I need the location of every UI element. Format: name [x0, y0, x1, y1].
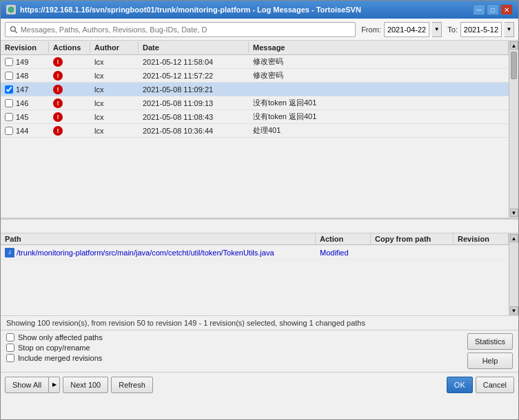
paths-table-row[interactable]: J /trunk/monitoring-platform/src/main/ja…	[1, 245, 509, 260]
revisions-table-scroll: Revision Actions Author Date Message 149	[1, 41, 509, 218]
stop-on-copy-label: Stop on copy/rename	[18, 344, 90, 352]
statistics-button[interactable]: Statistics	[467, 333, 513, 350]
revision-147-message	[249, 89, 509, 90]
revision-148-checkbox[interactable]	[5, 72, 13, 80]
svg-point-1	[10, 26, 15, 31]
to-date-dropdown[interactable]: ▼	[505, 22, 514, 37]
show-affected-checkbox[interactable]	[6, 333, 14, 342]
revisions-scrollbar[interactable]: ▲ ▼	[509, 41, 518, 218]
svg-point-0	[8, 7, 14, 12]
paths-scrollbar-track	[509, 243, 518, 306]
paths-table-body: J /trunk/monitoring-platform/src/main/ja…	[1, 245, 509, 260]
table-row[interactable]: 145 ! lcx 2021-05-08 11:08:43 没有token 返回…	[1, 110, 509, 124]
search-icon	[10, 25, 18, 34]
col-header-rev: Revision	[454, 233, 509, 244]
option-stop-on-copy: Stop on copy/rename	[6, 344, 462, 352]
paths-scrollbar[interactable]: ▲ ▼	[509, 233, 518, 315]
to-date-group: To: 2021-5-12 ▼	[447, 22, 514, 37]
action-icon-149: !	[53, 57, 63, 67]
revision-148-actions: !	[49, 70, 90, 81]
from-date-group: From: 2021-04-22 ▼	[361, 22, 442, 37]
path-link[interactable]: /trunk/monitoring-platform/src/main/java…	[17, 249, 274, 257]
show-all-arrow-button[interactable]: ▶	[49, 377, 60, 393]
revision-149-checkbox[interactable]	[5, 58, 13, 66]
revision-145-date: 2021-05-08 11:08:43	[139, 112, 249, 122]
revision-148-cell: 148	[1, 71, 49, 81]
revision-147-cell: 147	[1, 85, 49, 94]
revision-149-author: lcx	[90, 57, 139, 67]
revision-145-checkbox[interactable]	[5, 113, 13, 121]
svg-line-2	[15, 30, 17, 32]
options-right-row: Show only affected paths Stop on copy/re…	[1, 330, 518, 372]
revision-144-cell: 144	[1, 126, 49, 136]
title-bar-left: https://192.168.1.16/svn/springboot01/tr…	[6, 5, 361, 14]
path-revision-cell	[454, 251, 509, 254]
revision-146-date: 2021-05-08 11:09:13	[139, 98, 249, 108]
include-merged-label: Include merged revisions	[18, 354, 102, 362]
next-100-button[interactable]: Next 100	[63, 377, 108, 393]
cancel-button[interactable]: Cancel	[476, 377, 514, 393]
action-icon-146: !	[53, 98, 63, 108]
revision-144-checkbox[interactable]	[5, 127, 13, 135]
revision-148-date: 2021-05-12 11:57:22	[139, 71, 249, 81]
options-panel: Show only affected paths Stop on copy/re…	[6, 333, 462, 362]
revision-144-message: 处理401	[249, 125, 509, 136]
revision-144-date: 2021-05-08 10:36:44	[139, 126, 249, 136]
col-header-action: Action	[316, 233, 371, 244]
from-label: From:	[361, 25, 381, 34]
revisions-table-header: Revision Actions Author Date Message	[1, 41, 509, 55]
stop-on-copy-checkbox[interactable]	[6, 344, 14, 352]
revision-144-author: lcx	[90, 126, 139, 136]
revision-145-author: lcx	[90, 112, 139, 122]
minimize-button[interactable]: ─	[473, 4, 485, 15]
show-affected-label: Show only affected paths	[18, 333, 103, 342]
action-icon-148: !	[53, 71, 63, 81]
show-all-button[interactable]: Show All	[5, 377, 49, 393]
action-icon-147: !	[53, 85, 63, 94]
title-controls: ─ □ ✕	[473, 4, 513, 15]
col-header-copy-from: Copy from path	[371, 233, 454, 244]
col-header-date: Date	[139, 42, 249, 53]
revisions-scrollbar-thumb[interactable]	[511, 52, 517, 79]
action-icon-145: !	[53, 112, 63, 122]
table-row[interactable]: 149 ! lcx 2021-05-12 11:58:04 修改密码	[1, 55, 509, 69]
help-button[interactable]: Help	[467, 353, 513, 369]
ok-button[interactable]: OK	[447, 377, 473, 393]
close-button[interactable]: ✕	[500, 4, 513, 15]
options-right-buttons: Statistics Help	[467, 333, 513, 369]
revision-146-actions: !	[49, 98, 90, 109]
action-icon-144: !	[53, 126, 63, 136]
revision-147-checkbox[interactable]	[5, 85, 13, 94]
middle-gap	[1, 220, 518, 233]
bottom-row: Show All ▶ Next 100 Refresh OK Cancel	[1, 372, 518, 397]
revision-147-actions: !	[49, 84, 90, 95]
revision-146-checkbox[interactable]	[5, 99, 13, 107]
include-merged-checkbox[interactable]	[6, 354, 14, 362]
col-header-path: Path	[1, 233, 316, 244]
show-all-group: Show All ▶	[5, 377, 60, 393]
table-row[interactable]: 147 ! lcx 2021-05-08 11:09:21	[1, 83, 509, 96]
from-date-display: 2021-04-22	[384, 22, 429, 37]
file-icon: J	[5, 248, 14, 258]
search-input[interactable]	[21, 25, 352, 34]
table-row[interactable]: 148 ! lcx 2021-05-12 11:57:22 修改密码	[1, 69, 509, 83]
table-row[interactable]: 146 ! lcx 2021-05-08 11:09:13 没有token 返回…	[1, 96, 509, 110]
revision-147-author: lcx	[90, 85, 139, 94]
table-row[interactable]: 144 ! lcx 2021-05-08 10:36:44 处理401	[1, 124, 509, 138]
revision-145-cell: 145	[1, 112, 49, 122]
search-box[interactable]	[5, 22, 356, 37]
maximize-button[interactable]: □	[487, 4, 499, 15]
revisions-panel: Revision Actions Author Date Message 149	[1, 41, 518, 220]
from-date-dropdown[interactable]: ▼	[432, 22, 442, 37]
revision-144-actions: !	[49, 125, 90, 136]
content-area: Revision Actions Author Date Message 149	[1, 41, 518, 419]
revision-149-actions: !	[49, 56, 90, 67]
paths-table-scroll: Path Action Copy from path Revision J /t…	[1, 233, 509, 315]
app-icon	[6, 5, 16, 14]
main-window: https://192.168.1.16/svn/springboot01/tr…	[0, 0, 519, 420]
revision-149-cell: 149	[1, 57, 49, 67]
refresh-button[interactable]: Refresh	[111, 377, 153, 393]
paths-table-container: Path Action Copy from path Revision J /t…	[1, 233, 518, 315]
path-cell: J /trunk/monitoring-platform/src/main/ja…	[1, 246, 316, 259]
path-copy-from-cell	[371, 251, 454, 254]
